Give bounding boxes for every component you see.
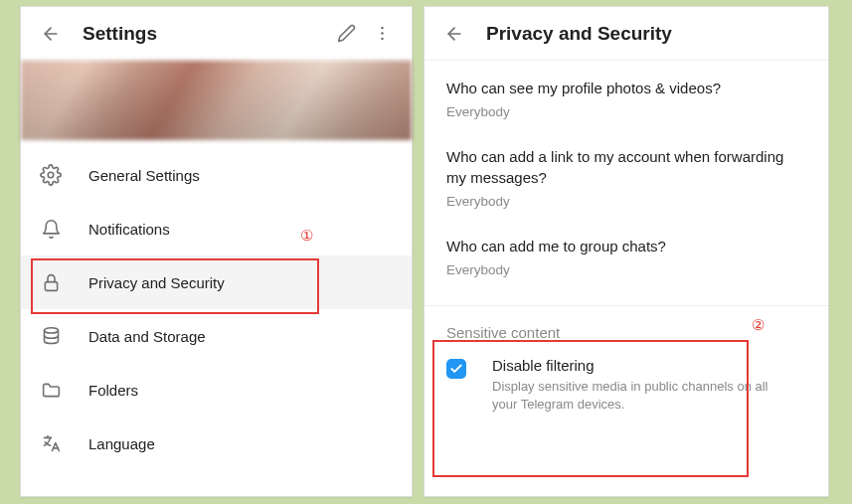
- menu-item-notifications[interactable]: Notifications: [21, 202, 412, 255]
- folder-icon: [39, 378, 63, 402]
- lock-icon: [39, 270, 63, 294]
- checkbox-title: Disable filtering: [492, 357, 790, 374]
- svg-rect-5: [45, 281, 57, 290]
- privacy-question: Who can add me to group chats?: [446, 237, 806, 256]
- privacy-title: Privacy and Security: [486, 23, 816, 45]
- menu-item-data-storage[interactable]: Data and Storage: [21, 309, 412, 363]
- back-button[interactable]: [436, 16, 472, 52]
- disable-filtering-row[interactable]: Disable filtering Display sensitive medi…: [425, 351, 828, 424]
- more-vertical-icon: [373, 24, 392, 43]
- settings-header: Settings: [21, 7, 412, 61]
- profile-banner[interactable]: [21, 61, 412, 140]
- annotation-number-2: ②: [752, 316, 765, 334]
- privacy-list: Who can see my profile photos & videos? …: [425, 61, 828, 277]
- disable-filtering-checkbox[interactable]: [446, 359, 466, 379]
- settings-panel: Settings General Settings Notifications …: [20, 6, 413, 497]
- settings-title: Settings: [83, 23, 328, 45]
- svg-point-6: [44, 327, 58, 332]
- privacy-value: Everybody: [446, 104, 806, 119]
- menu-item-label: Language: [88, 435, 155, 452]
- bell-icon: [39, 217, 63, 241]
- menu-item-privacy[interactable]: Privacy and Security: [21, 255, 412, 309]
- privacy-item-group-chats[interactable]: Who can add me to group chats? Everybody: [446, 237, 806, 277]
- sensitive-section-title: Sensitive content: [425, 306, 828, 351]
- annotation-number-1: ①: [300, 227, 313, 245]
- menu-item-label: General Settings: [88, 167, 200, 184]
- back-button[interactable]: [33, 16, 69, 52]
- privacy-item-profile-photos[interactable]: Who can see my profile photos & videos? …: [446, 79, 806, 119]
- edit-button[interactable]: [328, 16, 364, 52]
- svg-point-4: [48, 172, 54, 178]
- privacy-question: Who can see my profile photos & videos?: [446, 79, 806, 98]
- database-icon: [39, 324, 63, 348]
- privacy-panel: Privacy and Security Who can see my prof…: [424, 6, 829, 497]
- menu-item-label: Notifications: [88, 221, 170, 238]
- menu-item-label: Data and Storage: [88, 328, 206, 345]
- checkbox-desc: Display sensitive media in public channe…: [492, 378, 790, 413]
- svg-point-2: [381, 32, 384, 35]
- disable-filtering-text: Disable filtering Display sensitive medi…: [492, 357, 790, 413]
- settings-menu: General Settings Notifications Privacy a…: [21, 140, 412, 478]
- menu-item-general[interactable]: General Settings: [21, 148, 412, 202]
- arrow-left-icon: [41, 24, 61, 44]
- more-button[interactable]: [364, 16, 400, 52]
- language-icon: [39, 431, 63, 455]
- menu-item-label: Privacy and Security: [88, 274, 225, 291]
- menu-item-language[interactable]: Language: [21, 417, 412, 470]
- svg-point-3: [381, 38, 384, 41]
- pencil-icon: [337, 24, 356, 43]
- gear-icon: [39, 163, 63, 187]
- privacy-header: Privacy and Security: [425, 7, 828, 61]
- privacy-question: Who can add a link to my account when fo…: [446, 147, 806, 188]
- menu-item-folders[interactable]: Folders: [21, 363, 412, 417]
- privacy-item-forward-link[interactable]: Who can add a link to my account when fo…: [446, 147, 806, 209]
- arrow-left-icon: [444, 24, 464, 44]
- menu-item-label: Folders: [88, 382, 138, 399]
- svg-point-1: [381, 27, 384, 30]
- privacy-value: Everybody: [446, 194, 806, 209]
- privacy-value: Everybody: [446, 262, 806, 277]
- check-icon: [449, 362, 463, 376]
